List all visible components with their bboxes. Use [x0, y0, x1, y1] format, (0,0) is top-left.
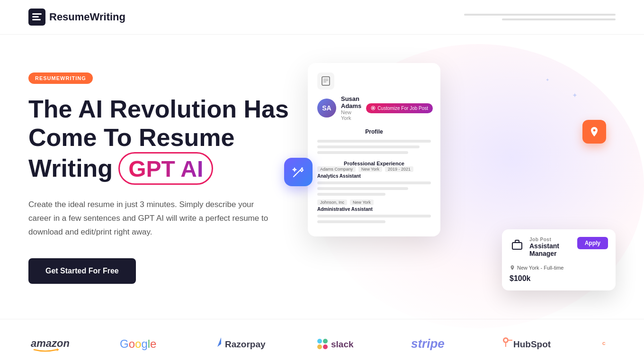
svg-text:C: C	[602, 341, 606, 346]
hero-description: Create the ideal resume in just 3 minute…	[28, 198, 275, 239]
svg-rect-3	[32, 19, 41, 20]
brand-google: Google	[117, 334, 170, 353]
star-deco-2: ✦	[546, 77, 549, 82]
exp-company-1: Adams Company	[317, 166, 356, 172]
skeleton-4	[317, 181, 431, 184]
exp-block-1: Adams Company New York 2019 - 2021 Analy…	[317, 166, 431, 196]
svg-text:stripe: stripe	[411, 336, 445, 351]
svg-rect-1	[32, 13, 42, 15]
skeleton-6	[317, 193, 385, 196]
exp-company-row-1: Adams Company New York 2019 - 2021	[317, 166, 431, 172]
exp-dates-1: 2019 - 2021	[385, 166, 413, 172]
logo-text: ResumeWriting	[49, 11, 125, 23]
customize-btn[interactable]: Customize For Job Post	[366, 103, 433, 113]
document-icon	[322, 76, 330, 86]
brand-hubspot: HubSpot	[498, 334, 560, 353]
exp-jobtitle-1: Analytics Assistant	[317, 173, 431, 179]
hero-title-writing: Writing	[28, 154, 113, 183]
job-location: New York - Full-time	[517, 265, 564, 271]
svg-point-11	[372, 107, 374, 109]
ai-wand-button[interactable]	[284, 158, 313, 186]
razorpay-logo: Razorpay	[212, 334, 273, 353]
gpt-badge-wrapper: GPT AI	[118, 152, 213, 185]
svg-marker-16	[217, 337, 221, 347]
exp-section-title: Professional Experience	[317, 161, 431, 166]
job-card: Job Post Assistant Manager Apply New Yor…	[502, 229, 616, 290]
brand-partial-logo: C	[601, 334, 616, 353]
stripe-logo: stripe	[409, 334, 456, 353]
brand-amazon: amazon	[28, 334, 76, 353]
briefcase-icon	[510, 237, 525, 252]
logo-icon	[28, 9, 45, 26]
location-pin-icon	[589, 126, 600, 137]
hero-title: The AI Revolution Has Come To Resume Wri…	[28, 95, 294, 185]
logo[interactable]: ResumeWriting	[28, 9, 125, 26]
hero-right: ✦ ✦ ✦ SA Susan Adams New York	[294, 63, 616, 300]
exp-block-2: Johnson, Inc New York Administrative Ass…	[317, 199, 431, 223]
slack-logo: slack	[315, 334, 367, 353]
svg-text:HubSpot: HubSpot	[513, 339, 551, 349]
resume-card: SA Susan Adams New York Customize For Jo…	[308, 63, 440, 236]
exp-location-2: New York	[350, 199, 374, 205]
header-nav-placeholder	[464, 14, 616, 20]
hero-title-line3: Writing GPT AI	[28, 152, 294, 185]
brand-slack: slack	[315, 334, 367, 353]
svg-text:Google: Google	[120, 337, 156, 350]
skeleton-1	[317, 140, 431, 143]
gpt-badge-text: GPT AI	[128, 156, 203, 181]
profile-section-title: Profile	[317, 128, 431, 135]
svg-text:amazon: amazon	[31, 337, 70, 349]
exp-company-row-2: Johnson, Inc New York	[317, 199, 431, 205]
brand-stripe: stripe	[409, 334, 456, 353]
header-line-2	[502, 18, 616, 20]
svg-rect-6	[322, 77, 330, 85]
customize-icon	[371, 106, 376, 110]
google-logo: Google	[117, 334, 170, 353]
profile-location: New York	[341, 109, 361, 121]
skeleton-8	[317, 220, 385, 223]
brand-partial: C	[601, 334, 616, 353]
briefcase-svg	[510, 238, 524, 251]
job-info: Job Post Assistant Manager	[529, 237, 577, 257]
svg-rect-12	[512, 243, 522, 249]
avatar: SA	[317, 99, 336, 118]
star-deco-1: ✦	[572, 91, 578, 99]
header-line-1	[464, 14, 616, 16]
skeleton-7	[317, 215, 431, 217]
hero-title-line1: The AI Revolution Has	[28, 95, 294, 124]
profile-info: Susan Adams New York	[341, 95, 361, 121]
svg-point-25	[504, 339, 507, 342]
exp-jobtitle-2: Administrative Assistant	[317, 207, 431, 212]
exp-company-2: Johnson, Inc	[317, 199, 347, 205]
svg-text:Razorpay: Razorpay	[225, 339, 266, 349]
job-card-header: Job Post Assistant Manager	[510, 237, 577, 257]
apply-button[interactable]: Apply	[577, 237, 608, 249]
svg-rect-2	[32, 16, 39, 18]
job-type-label: Job Post	[529, 237, 577, 242]
skeleton-3	[317, 151, 408, 154]
exp-location-1: New York	[358, 166, 382, 172]
svg-text:slack: slack	[331, 339, 354, 349]
svg-point-20	[317, 344, 322, 349]
job-meta: New York - Full-time	[510, 265, 608, 271]
job-salary: $100k	[510, 274, 608, 283]
location-pin-button[interactable]	[582, 120, 606, 144]
wand-icon	[292, 165, 305, 179]
location-meta-icon	[510, 265, 515, 271]
hero-title-line2: Come To Resume	[28, 124, 294, 152]
skeleton-5	[317, 187, 408, 190]
hero-section: RESUMEWRITING The AI Revolution Has Come…	[0, 35, 644, 319]
job-title: Assistant Manager	[529, 242, 577, 257]
svg-point-4	[301, 167, 303, 169]
hero-badge: RESUMEWRITING	[28, 72, 93, 84]
brands-section: amazon Google Razorpay slack st	[0, 319, 644, 362]
cta-button[interactable]: Get Started For Free	[28, 258, 136, 284]
svg-point-5	[295, 174, 296, 176]
svg-point-21	[323, 344, 328, 349]
header: ResumeWriting	[0, 0, 644, 35]
brand-razorpay: Razorpay	[212, 334, 273, 353]
profile-header: SA Susan Adams New York Customize For Jo…	[317, 95, 431, 121]
doc-icon	[317, 72, 334, 90]
hubspot-logo: HubSpot	[498, 334, 560, 353]
svg-point-19	[323, 339, 328, 344]
